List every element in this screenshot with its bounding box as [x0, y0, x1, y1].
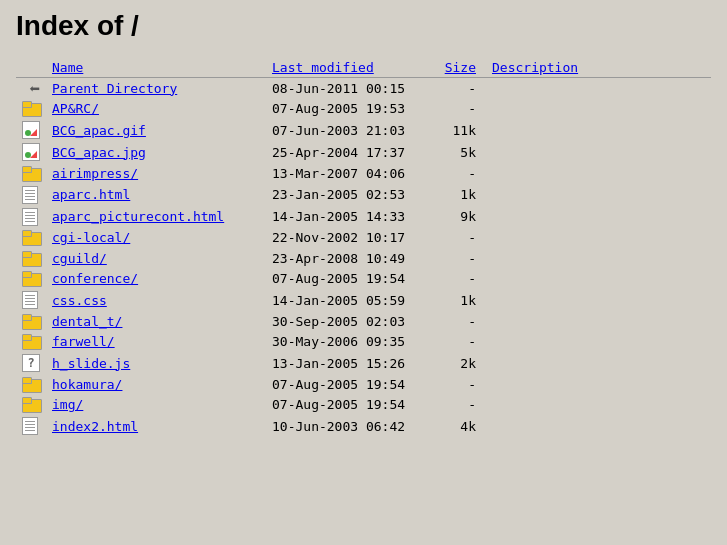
file-modified-cell: 10-Jun-2003 06:42: [266, 415, 426, 437]
folder-icon: [22, 101, 40, 117]
file-icon-cell: [16, 374, 46, 395]
file-link[interactable]: css.css: [52, 293, 107, 308]
file-size-cell: -: [426, 78, 486, 99]
file-desc-cell: [486, 332, 711, 353]
table-row: airimpress/13-Mar-2007 04:06-: [16, 163, 711, 184]
file-link[interactable]: Parent Directory: [52, 81, 177, 96]
file-link[interactable]: cguild/: [52, 251, 107, 266]
file-desc-cell: [486, 206, 711, 228]
folder-icon: [22, 166, 40, 182]
image-icon: [22, 121, 40, 139]
file-size-cell: -: [426, 163, 486, 184]
table-row: index2.html10-Jun-2003 06:424k: [16, 415, 711, 437]
desc-sort-link[interactable]: Description: [492, 60, 578, 75]
file-name-cell: Parent Directory: [46, 78, 266, 99]
file-size-cell: 4k: [426, 415, 486, 437]
file-modified-cell: 30-May-2006 09:35: [266, 332, 426, 353]
size-sort-link[interactable]: Size: [445, 60, 476, 75]
table-row: ?h_slide.js13-Jan-2005 15:262k: [16, 352, 711, 374]
file-icon-cell: ?: [16, 352, 46, 374]
file-size-cell: 5k: [426, 141, 486, 163]
folder-icon: [22, 334, 40, 350]
file-link[interactable]: farwell/: [52, 334, 115, 349]
file-modified-cell: 07-Aug-2005 19:54: [266, 269, 426, 290]
file-name-cell: BCG_apac.gif: [46, 119, 266, 141]
file-desc-cell: [486, 352, 711, 374]
size-col-header: Size: [426, 58, 486, 78]
file-link[interactable]: img/: [52, 397, 83, 412]
file-modified-cell: 23-Jan-2005 02:53: [266, 184, 426, 206]
file-name-cell: aparc_picturecont.html: [46, 206, 266, 228]
file-link[interactable]: aparc_picturecont.html: [52, 209, 224, 224]
file-icon-cell: [16, 228, 46, 249]
file-icon-cell: [16, 206, 46, 228]
name-sort-link[interactable]: Name: [52, 60, 83, 75]
file-name-cell: cguild/: [46, 248, 266, 269]
file-icon-cell: [16, 415, 46, 437]
file-size-cell: -: [426, 228, 486, 249]
name-col-header: Name: [46, 58, 266, 78]
file-name-cell: farwell/: [46, 332, 266, 353]
file-desc-cell: [486, 99, 711, 120]
file-icon-cell: [16, 141, 46, 163]
folder-icon: [22, 377, 40, 393]
file-name-cell: BCG_apac.jpg: [46, 141, 266, 163]
file-desc-cell: [486, 415, 711, 437]
file-name-cell: img/: [46, 395, 266, 416]
file-link[interactable]: BCG_apac.gif: [52, 123, 146, 138]
folder-icon: [22, 314, 40, 330]
file-modified-cell: 08-Jun-2011 00:15: [266, 78, 426, 99]
file-modified-cell: 07-Aug-2005 19:54: [266, 374, 426, 395]
file-modified-cell: 07-Jun-2003 21:03: [266, 119, 426, 141]
file-icon-cell: [16, 248, 46, 269]
file-icon-cell: [16, 332, 46, 353]
file-icon-cell: [16, 395, 46, 416]
file-link[interactable]: airimpress/: [52, 166, 138, 181]
file-link[interactable]: aparc.html: [52, 187, 130, 202]
file-modified-cell: 23-Apr-2008 10:49: [266, 248, 426, 269]
modified-sort-link[interactable]: Last modified: [272, 60, 374, 75]
file-desc-cell: [486, 119, 711, 141]
file-link[interactable]: conference/: [52, 271, 138, 286]
file-modified-cell: 14-Jan-2005 05:59: [266, 289, 426, 311]
folder-icon: [22, 271, 40, 287]
file-name-cell: aparc.html: [46, 184, 266, 206]
table-row: ➡Parent Directory08-Jun-2011 00:15-: [16, 78, 711, 99]
file-link[interactable]: h_slide.js: [52, 356, 130, 371]
file-link[interactable]: dental_t/: [52, 314, 122, 329]
table-row: cgi-local/22-Nov-2002 10:17-: [16, 228, 711, 249]
file-size-cell: 1k: [426, 289, 486, 311]
file-desc-cell: [486, 311, 711, 332]
file-link[interactable]: cgi-local/: [52, 230, 130, 245]
file-modified-cell: 30-Sep-2005 02:03: [266, 311, 426, 332]
desc-col-header: Description: [486, 58, 711, 78]
table-row: BCG_apac.gif07-Jun-2003 21:0311k: [16, 119, 711, 141]
file-name-cell: h_slide.js: [46, 352, 266, 374]
file-size-cell: 1k: [426, 184, 486, 206]
file-size-cell: 11k: [426, 119, 486, 141]
file-desc-cell: [486, 141, 711, 163]
file-link[interactable]: hokamura/: [52, 377, 122, 392]
file-icon-cell: [16, 289, 46, 311]
file-name-cell: conference/: [46, 269, 266, 290]
file-name-cell: hokamura/: [46, 374, 266, 395]
table-row: cguild/23-Apr-2008 10:49-: [16, 248, 711, 269]
table-row: AP&RC/07-Aug-2005 19:53-: [16, 99, 711, 120]
page-title: Index of /: [16, 10, 711, 42]
file-link[interactable]: AP&RC/: [52, 101, 99, 116]
file-link[interactable]: BCG_apac.jpg: [52, 145, 146, 160]
file-modified-cell: 22-Nov-2002 10:17: [266, 228, 426, 249]
table-row: aparc_picturecont.html14-Jan-2005 14:339…: [16, 206, 711, 228]
table-row: hokamura/07-Aug-2005 19:54-: [16, 374, 711, 395]
file-icon-cell: ➡: [16, 78, 46, 99]
file-icon-cell: [16, 311, 46, 332]
file-modified-cell: 13-Mar-2007 04:06: [266, 163, 426, 184]
table-row: BCG_apac.jpg25-Apr-2004 17:375k: [16, 141, 711, 163]
table-row: css.css14-Jan-2005 05:591k: [16, 289, 711, 311]
table-row: conference/07-Aug-2005 19:54-: [16, 269, 711, 290]
text-file-icon: [22, 417, 38, 435]
table-row: img/07-Aug-2005 19:54-: [16, 395, 711, 416]
file-size-cell: -: [426, 395, 486, 416]
file-desc-cell: [486, 163, 711, 184]
file-link[interactable]: index2.html: [52, 419, 138, 434]
